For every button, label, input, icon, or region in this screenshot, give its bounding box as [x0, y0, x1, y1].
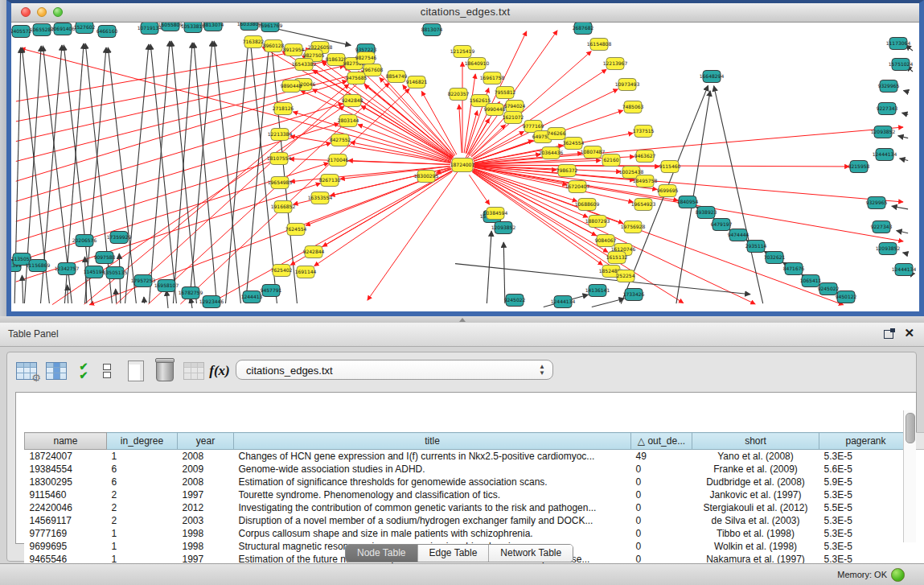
- new-column-button[interactable]: [123, 358, 149, 384]
- edge[interactable]: [108, 47, 136, 303]
- node-label: 7163822: [243, 39, 265, 44]
- cell-title: Tourette syndrome. Phenomenology and cla…: [234, 488, 631, 501]
- selected-edge[interactable]: [16, 80, 347, 181]
- edge[interactable]: [166, 290, 168, 308]
- delete-table-button[interactable]: [181, 358, 207, 384]
- citation-network-graph[interactable]: 2405572106552872069140615276026466160107…: [11, 23, 916, 311]
- table-row[interactable]: 2242004622012Investigating the contribut…: [25, 501, 924, 514]
- edge[interactable]: [503, 242, 505, 303]
- table-mode-settings-button[interactable]: ⚙: [14, 358, 39, 384]
- edge[interactable]: [897, 231, 908, 233]
- edge[interactable]: [714, 86, 763, 303]
- node-label: 12213384: [268, 131, 293, 137]
- table-row[interactable]: 1872400712008Changes of HCN gene express…: [25, 450, 924, 463]
- edge[interactable]: [892, 206, 908, 209]
- edge[interactable]: [246, 42, 269, 303]
- show-columns-button[interactable]: [43, 358, 69, 384]
- cell-in_degree: 2: [107, 514, 178, 527]
- vertical-scrollbar[interactable]: [903, 410, 916, 542]
- window-titlebar[interactable]: citations_edges.txt: [11, 3, 919, 23]
- table-row[interactable]: 911546021997Tourette syndrome. Phenomeno…: [25, 488, 924, 501]
- selected-edge[interactable]: [348, 161, 450, 165]
- node-label: 9357223: [355, 47, 377, 52]
- edge[interactable]: [190, 41, 212, 303]
- selected-edge[interactable]: [368, 169, 460, 300]
- cell-pagerank: 5.6E-5: [819, 463, 913, 476]
- selected-edge[interactable]: [459, 105, 462, 153]
- function-builder-button[interactable]: f(x): [207, 358, 232, 384]
- node-label: 7625402: [271, 267, 293, 273]
- edge[interactable]: [68, 285, 68, 303]
- cell-in_degree: 2: [107, 488, 178, 501]
- table-row[interactable]: 1938455462009Genome-wide association stu…: [25, 463, 924, 476]
- edge[interactable]: [900, 159, 909, 161]
- cell-year: 2009: [178, 463, 234, 476]
- selected-edge[interactable]: [16, 103, 343, 201]
- column-header-pagerank[interactable]: pagerank: [819, 433, 913, 450]
- cell-out_de: 0: [631, 527, 692, 540]
- column-header-out_de[interactable]: △ out_de...: [631, 433, 692, 450]
- cell-name: 18724007: [25, 450, 107, 463]
- tab-network-table[interactable]: Network Table: [488, 545, 573, 562]
- selected-edge[interactable]: [116, 76, 365, 304]
- node-label: 10973493: [615, 81, 640, 87]
- cell-name: 14569117: [25, 514, 107, 527]
- cell-title: Investigating the contribution of common…: [234, 501, 631, 514]
- node-label: 13505135: [103, 270, 128, 275]
- edge[interactable]: [592, 299, 625, 307]
- selected-edge[interactable]: [421, 91, 456, 154]
- table-row[interactable]: 1830029562008Estimation of significance …: [25, 476, 924, 488]
- node-label: 2718126: [273, 105, 294, 111]
- column-header-in_degree[interactable]: in_degree: [107, 433, 178, 450]
- selected-edge[interactable]: [301, 90, 452, 159]
- edge[interactable]: [898, 136, 908, 138]
- select-all-button[interactable]: ✔✔: [74, 358, 93, 384]
- cell-out_de: 0: [631, 488, 692, 501]
- new-document-icon: [128, 360, 144, 381]
- cell-name: 22420046: [25, 501, 107, 514]
- table-row[interactable]: 1456911722003Disruption of a novel membe…: [25, 514, 924, 527]
- cell-year: 1998: [178, 540, 234, 553]
- node-label: 18724007: [450, 162, 475, 167]
- disabled-table-icon: [183, 362, 204, 380]
- node-label: 10807487: [581, 149, 606, 154]
- table-row[interactable]: 977716911998Corpus callosum shape and si…: [25, 527, 924, 540]
- edge[interactable]: [903, 253, 909, 254]
- divider-handle-icon[interactable]: [459, 318, 466, 322]
- split-pane-divider[interactable]: [0, 316, 924, 323]
- cell-title: Disruption of a novel member of a sodium…: [234, 514, 631, 527]
- node-label: 19756928: [621, 224, 646, 229]
- selected-edge[interactable]: [210, 167, 458, 303]
- node-label: 9329965: [866, 200, 888, 205]
- column-header-short[interactable]: short: [692, 433, 819, 450]
- window-title: citations_edges.txt: [11, 6, 919, 18]
- node-label: 1840954: [677, 199, 699, 204]
- scrollbar-thumb[interactable]: [906, 413, 915, 443]
- edge[interactable]: [903, 90, 908, 92]
- node-label: 1615132: [606, 254, 628, 260]
- network-canvas[interactable]: 2405572106552872069140615276026466160107…: [11, 23, 916, 311]
- node-label: 1737515: [633, 128, 655, 134]
- delete-column-button[interactable]: [152, 358, 178, 384]
- close-panel-icon[interactable]: ✕: [904, 326, 914, 340]
- node-label: 9329965: [878, 83, 900, 89]
- edge[interactable]: [902, 113, 909, 114]
- selected-edge[interactable]: [364, 84, 453, 157]
- edge[interactable]: [250, 40, 277, 303]
- edge[interactable]: [125, 44, 149, 303]
- table-panel-header: Table Panel ✕: [0, 323, 924, 347]
- float-panel-icon[interactable]: [884, 328, 895, 339]
- edge[interactable]: [116, 289, 117, 303]
- tab-node-table[interactable]: Node Table: [346, 545, 417, 562]
- tab-edge-table[interactable]: Edge Table: [417, 545, 489, 562]
- node-label: 8938923: [696, 209, 717, 215]
- column-header-year[interactable]: year: [178, 433, 234, 450]
- column-header-name[interactable]: name: [25, 433, 107, 450]
- table-select-dropdown[interactable]: citations_edges.txt ▲▼: [236, 360, 553, 380]
- node-label: 1691144: [295, 269, 317, 274]
- node-label: 9245022: [504, 297, 526, 303]
- node-label: 9097588: [94, 254, 116, 260]
- column-header-title[interactable]: title: [234, 433, 631, 450]
- clear-selection-button[interactable]: [99, 358, 115, 384]
- edge[interactable]: [144, 297, 145, 303]
